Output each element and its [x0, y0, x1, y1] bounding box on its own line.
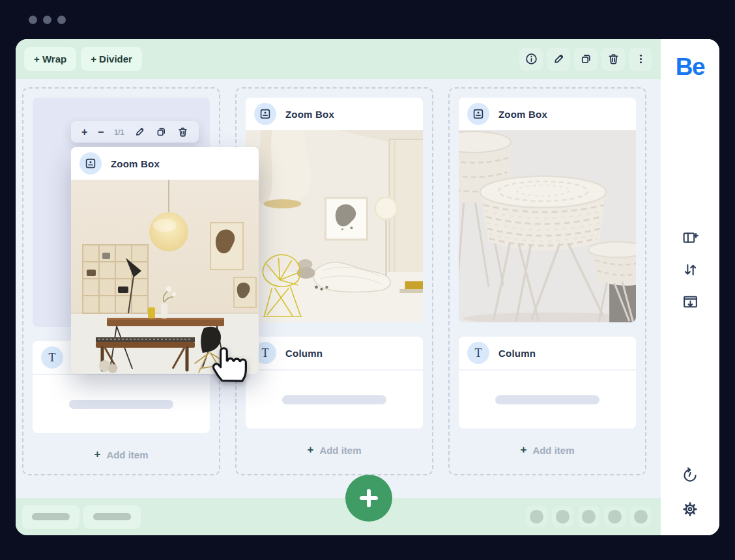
settings-button[interactable] — [681, 500, 699, 518]
text-badge: T — [467, 342, 489, 364]
plus-icon: + — [307, 443, 313, 456]
column-item-card[interactable]: T Column — [246, 337, 423, 428]
info-button[interactable] — [519, 48, 543, 71]
white-lounge-interior-photo — [246, 130, 423, 322]
layout-add-button[interactable] — [682, 229, 699, 247]
bottom-toolbar — [16, 498, 661, 535]
top-toolbar: + Wrap + Divider — [16, 39, 661, 79]
column-item-header: T Column — [246, 337, 423, 369]
add-item-label: Add item — [106, 449, 148, 460]
edit-icon — [134, 126, 145, 137]
add-section-button[interactable] — [345, 475, 392, 522]
footer-placeholder-button[interactable] — [83, 505, 141, 529]
delete-icon — [177, 126, 188, 137]
edit-button[interactable] — [134, 126, 145, 137]
window-control-dot[interactable] — [57, 16, 66, 24]
floating-toolbar: + − 1/1 — [71, 121, 199, 143]
zoom-box-image[interactable] — [459, 130, 636, 322]
column-item-placeholder — [459, 369, 636, 428]
dragged-zoom-box[interactable]: + − 1/1 — [71, 121, 259, 374]
footer-placeholder-tool[interactable] — [578, 506, 599, 527]
add-item-label: Add item — [319, 445, 361, 456]
edit-icon — [553, 53, 565, 65]
dragged-card[interactable]: Zoom Box — [71, 147, 259, 374]
portrait-badge — [467, 103, 489, 125]
placeholder-pill — [69, 400, 173, 409]
window-control-dot[interactable] — [29, 16, 37, 24]
behance-logo[interactable]: Be — [676, 53, 704, 81]
column-item-placeholder — [33, 374, 210, 433]
insert-below-icon — [682, 293, 699, 311]
text-badge-letter: T — [475, 346, 482, 360]
zoom-out-button[interactable]: − — [98, 127, 104, 137]
zoom-box-card[interactable]: Zoom Box — [246, 98, 423, 322]
layout-add-icon — [682, 229, 699, 247]
settings-icon — [681, 500, 699, 518]
column-item-card[interactable]: T Column — [459, 337, 636, 428]
sidebar-bottom-tools — [681, 466, 699, 518]
duplicate-icon — [156, 126, 167, 137]
zoom-box-header: Zoom Box — [459, 98, 636, 130]
footer-placeholder-tool[interactable] — [604, 506, 626, 527]
app-window: + Wrap + Divider — [0, 0, 735, 560]
column-item-label: Column — [285, 348, 323, 359]
placeholder-pill — [495, 395, 599, 404]
editor-content: + Wrap + Divider — [16, 39, 719, 535]
page-counter: 1/1 — [114, 128, 124, 136]
placeholder-dot — [634, 510, 648, 524]
swap-vertical-button[interactable] — [682, 261, 699, 279]
add-item-button[interactable]: + Add item — [33, 448, 210, 461]
more-button[interactable] — [629, 48, 652, 71]
text-badge-letter: T — [49, 351, 56, 365]
zoom-box-label: Zoom Box — [498, 109, 547, 120]
history-button[interactable] — [681, 466, 699, 484]
text-badge-letter: T — [262, 346, 269, 360]
zoom-box-image[interactable] — [246, 130, 423, 322]
add-item-button[interactable]: + Add item — [459, 443, 636, 456]
right-sidebar: Be — [661, 39, 719, 535]
divider-button[interactable]: + Divider — [81, 47, 142, 71]
placeholder-dot — [556, 510, 569, 524]
window-control-dot[interactable] — [43, 16, 51, 24]
duplicate-button[interactable] — [156, 126, 167, 137]
zoom-box-label: Zoom Box — [285, 109, 334, 120]
portrait-icon — [259, 108, 271, 120]
grid-column-2[interactable]: Zoom Box — [235, 87, 433, 475]
footer-placeholder-tool[interactable] — [630, 506, 652, 527]
edit-button[interactable] — [547, 48, 570, 71]
sidebar-tools — [682, 229, 699, 311]
text-badge: T — [41, 346, 63, 369]
canvas: T Column + Add item — [16, 79, 661, 498]
column-item-label: Column — [498, 348, 536, 359]
footer-placeholder-tool[interactable] — [552, 506, 573, 527]
delete-button[interactable] — [177, 126, 188, 137]
footer-placeholder-tool[interactable] — [526, 506, 547, 527]
swap-vertical-icon — [682, 261, 699, 279]
column-item-header: T Column — [459, 337, 636, 369]
placeholder-dot — [582, 510, 596, 524]
zoom-box-header: Zoom Box — [246, 98, 423, 130]
placeholder-pill — [93, 513, 131, 520]
window-titlebar — [0, 0, 735, 39]
delete-button[interactable] — [601, 48, 625, 71]
delete-icon — [607, 53, 620, 65]
placeholder-dot — [530, 510, 543, 524]
placeholder-pill — [282, 395, 386, 404]
plus-icon: + — [520, 443, 526, 456]
history-icon — [681, 466, 699, 484]
portrait-icon — [472, 108, 484, 120]
add-item-label: Add item — [532, 445, 574, 456]
white-wicker-stools-photo — [459, 130, 636, 322]
insert-below-button[interactable] — [682, 293, 699, 311]
add-item-button[interactable]: + Add item — [246, 443, 423, 456]
zoom-box-header: Zoom Box — [71, 147, 259, 180]
grid-column-3[interactable]: Zoom Box — [448, 87, 646, 475]
portrait-icon — [85, 158, 96, 169]
wrap-button[interactable]: + Wrap — [24, 47, 76, 71]
zoom-box-label: Zoom Box — [111, 158, 160, 169]
footer-placeholder-button[interactable] — [22, 505, 79, 529]
zoom-box-card[interactable]: Zoom Box — [459, 98, 636, 322]
zoom-in-button[interactable]: + — [81, 127, 87, 137]
duplicate-icon — [580, 53, 592, 65]
duplicate-button[interactable] — [574, 48, 598, 71]
